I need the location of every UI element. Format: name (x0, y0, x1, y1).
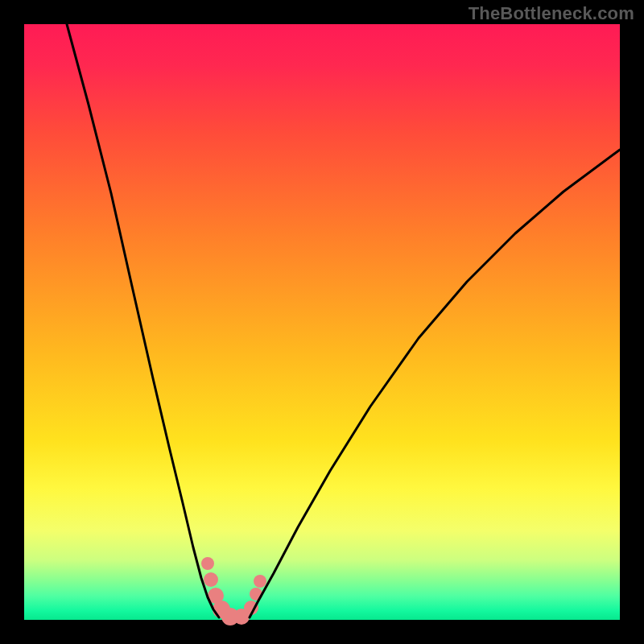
highlight-dot (204, 572, 218, 587)
highlight-dot (254, 575, 266, 588)
watermark-text: TheBottleneck.com (469, 3, 634, 24)
chart-stage: TheBottleneck.com (0, 0, 644, 644)
highlight-dot (201, 557, 214, 570)
plot-background (24, 24, 620, 620)
bottleneck-chart (0, 0, 644, 644)
